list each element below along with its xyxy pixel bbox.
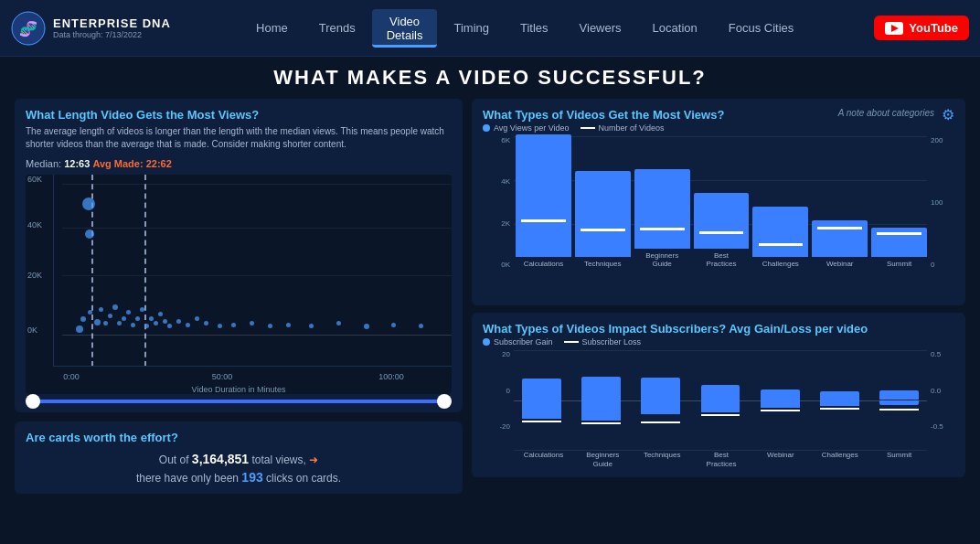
chart-x-title: Video Duration in Minutes (192, 385, 286, 394)
bar-beginners: BeginnersGuide (634, 169, 690, 269)
views-count: 3,164,851 (192, 452, 249, 466)
sub-bar-challenges (812, 350, 868, 451)
youtube-button[interactable]: YouTube (874, 16, 969, 40)
logo-title: ENTERPRISE DNA (53, 16, 171, 30)
scatter-dot (88, 310, 92, 315)
bar-col-calculations (516, 134, 571, 257)
bar-marker-challenges (759, 243, 804, 246)
y-label-20k: 20K (27, 271, 42, 280)
cards-title: Are cards worth the effort? (26, 431, 452, 444)
avg-line (144, 175, 146, 367)
logo-text: ENTERPRISE DNA Data through: 7/13/2022 (53, 16, 171, 39)
nav-timing[interactable]: Timing (439, 16, 504, 40)
bar-label-calculations: Calculations (524, 260, 564, 269)
nav-focus-cities[interactable]: Focus Cities (714, 16, 809, 40)
scatter-dot (336, 321, 341, 325)
sub-pos-calculations (522, 379, 561, 419)
nav-trends[interactable]: Trends (304, 16, 370, 40)
scatter-desc: The average length of videos is longer t… (26, 125, 452, 151)
sub-marker-summit (879, 409, 919, 411)
legend-avg: Avg Views per Video (483, 123, 570, 133)
nav-location[interactable]: Location (638, 16, 712, 40)
bar-label-beginners: BeginnersGuide (645, 251, 678, 269)
bar-best-practices: BestPractices (694, 193, 750, 269)
scatter-dot (112, 304, 118, 310)
bar-section-2: What Types of Videos Impact Subscribers?… (472, 313, 965, 477)
cards-section: Are cards worth the effort? Out of 3,164… (15, 421, 463, 494)
youtube-label: YouTube (909, 21, 958, 35)
sub-pos-techniques (641, 378, 680, 414)
left-panel: What Length Video Gets the Most Views? T… (15, 99, 463, 494)
bar-legend-1: Avg Views per Video Number of Videos (483, 123, 954, 133)
sub-neg-summit (879, 400, 919, 405)
nav-viewers[interactable]: Viewers (565, 16, 636, 40)
nav-video-details[interactable]: VideoDetails (372, 9, 438, 48)
logo-subtitle: Data through: 7/13/2022 (53, 30, 171, 39)
zero-gridline (62, 335, 452, 336)
x-label-0: 0:00 (63, 372, 80, 381)
info-icon[interactable]: ⚙ (942, 106, 954, 123)
sub-labels-row: Calculations BeginnersGuide Techniques B… (483, 451, 954, 468)
scatter-dot (94, 319, 101, 325)
sub-pos-challenges (820, 391, 859, 406)
bar-col-best (694, 193, 750, 249)
sub-bar-beginners (573, 350, 629, 451)
slider-track (26, 400, 452, 403)
scatter-dot (135, 316, 140, 321)
header: 🧬 ENTERPRISE DNA Data through: 7/13/2022… (0, 0, 980, 57)
scatter-dot (140, 307, 144, 312)
scatter-dot (149, 316, 154, 321)
sub-marker-beginners (581, 422, 621, 424)
scatter-dot (76, 325, 83, 333)
bar-marker-techniques (581, 229, 625, 231)
sub-lbl-chall: Challenges (812, 451, 868, 468)
median-label: Median: 12:63 Avg Made: 22:62 (26, 158, 452, 169)
scatter-dot (186, 323, 190, 327)
scatter-dot (176, 319, 181, 324)
main-nav: Home Trends VideoDetails Timing Titles V… (176, 9, 874, 48)
sub-marker-webinar (761, 410, 800, 411)
duration-slider[interactable] (26, 400, 452, 403)
scatter-dot (195, 316, 199, 321)
y-label-40k: 40K (27, 220, 42, 229)
bar-marker-summit (877, 232, 921, 235)
content-grid: What Length Video Gets the Most Views? T… (15, 99, 965, 494)
legend-dot-gain (483, 338, 490, 346)
scatter-dot (103, 321, 108, 325)
sub-pos-beginners (581, 377, 621, 421)
x-axis (53, 366, 452, 367)
youtube-play-icon (885, 22, 903, 35)
sub-lbl-sum: Summit (871, 451, 927, 468)
bar-marker-calculations (521, 219, 566, 222)
nav-home[interactable]: Home (241, 16, 303, 40)
sub-bar-techniques (633, 350, 688, 451)
scatter-dot (154, 321, 158, 325)
sub-lbl-best: BestPractices (694, 451, 750, 468)
sub-marker-calculations (522, 421, 561, 422)
dna-icon: 🧬 (11, 11, 46, 46)
scatter-dot (99, 307, 103, 312)
slider-thumb-right[interactable] (437, 394, 452, 409)
cards-stats: Out of 3,164,851 total views, ➜ there ha… (26, 452, 452, 485)
bar-legend-2: Subscriber Gain Subscriber Loss (483, 337, 954, 347)
sub-pos-summit (879, 390, 919, 400)
scatter-dot (122, 316, 126, 321)
scatter-dot (85, 229, 94, 239)
bar-label-challenges: Challenges (762, 260, 799, 269)
sub-marker-best (701, 414, 740, 416)
bar-col-techniques (575, 171, 631, 257)
sub-lbl-web: Webinar (752, 451, 808, 468)
y-label-0k: 0K (27, 325, 37, 335)
bar-marker-beginners (640, 228, 685, 230)
sub-bar-best (692, 350, 748, 451)
scatter-dot (80, 316, 86, 322)
legend-line-loss (564, 341, 579, 343)
scatter-dot (117, 321, 122, 325)
nav-titles[interactable]: Titles (506, 16, 563, 40)
note-label: A note about categories (838, 108, 934, 118)
bar-title-2: What Types of Videos Impact Subscribers?… (483, 322, 954, 336)
sub-pos-webinar (761, 389, 800, 408)
scatter-dot (268, 324, 272, 328)
slider-thumb-left[interactable] (26, 394, 40, 409)
scatter-chart: 60K 40K 20K 0K 0:00 50:00 100:00 (26, 175, 452, 394)
